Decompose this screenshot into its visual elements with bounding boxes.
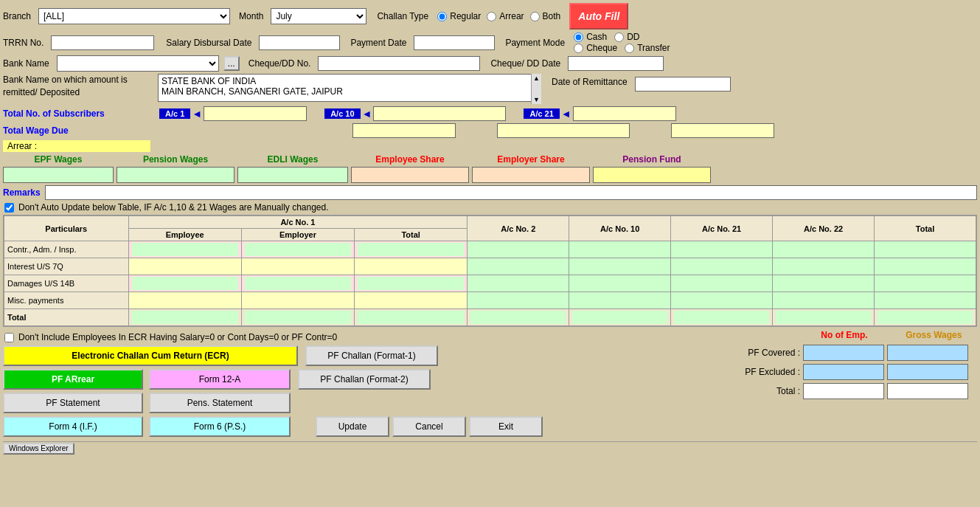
total-ac22-input[interactable]	[776, 311, 871, 324]
damages-ac22-input[interactable]	[776, 277, 871, 290]
ac10-subscribers-input[interactable]	[373, 106, 506, 121]
total-employer[interactable]	[241, 309, 354, 326]
damages-ac2-input[interactable]	[470, 277, 566, 290]
autofill-button[interactable]: Auto Fill	[569, 3, 628, 30]
total-ac2[interactable]	[468, 309, 569, 326]
row-contr-ac10[interactable]	[569, 241, 671, 258]
row-damages-ac10[interactable]	[569, 275, 671, 292]
interest-employee-input[interactable]	[132, 260, 238, 273]
contr-ac22-input[interactable]	[776, 243, 871, 256]
row-misc-ac10[interactable]	[569, 292, 671, 309]
total-ac22[interactable]	[773, 309, 875, 326]
total-ac10[interactable]	[569, 309, 671, 326]
row-interest-total2[interactable]	[875, 258, 976, 275]
row-contr-total2[interactable]	[875, 241, 976, 258]
ac21-subscribers-input[interactable]	[573, 106, 676, 121]
dont-include-checkbox[interactable]	[4, 333, 14, 342]
employer-share-input[interactable]	[472, 167, 590, 183]
total-ac10-input[interactable]	[572, 311, 667, 324]
dd-radio-label[interactable]: DD	[613, 32, 639, 42]
pension-wages-input[interactable]	[117, 167, 234, 183]
regular-radio[interactable]	[437, 12, 447, 21]
pf-statement-button[interactable]: PF Statement	[3, 393, 143, 413]
row-interest-ac10[interactable]	[569, 258, 671, 275]
row-misc-ac21[interactable]	[671, 292, 773, 309]
pf-total-wages-input[interactable]	[887, 383, 968, 399]
arrear-radio[interactable]	[487, 12, 496, 21]
payment-date-input[interactable]	[414, 35, 495, 50]
total-total[interactable]	[355, 309, 468, 326]
trrn-input[interactable]	[51, 35, 154, 50]
interest-total-input[interactable]	[358, 260, 464, 273]
contr-employee-input[interactable]	[132, 243, 238, 256]
row-damages-total[interactable]	[355, 275, 468, 292]
pf-total-emp-input[interactable]	[803, 383, 884, 399]
row-misc-employer[interactable]	[241, 292, 354, 309]
epf-wages-input[interactable]	[3, 167, 114, 183]
cheque-radio-label[interactable]: Cheque	[572, 43, 617, 53]
ac1-subscribers-input[interactable]	[204, 106, 307, 121]
row-damages-ac22[interactable]	[773, 275, 875, 292]
row-damages-employer[interactable]	[241, 275, 354, 292]
cheque-dd-date-input[interactable]	[568, 56, 664, 71]
remarks-input[interactable]	[45, 185, 977, 200]
pens-statement-button[interactable]: Pens. Statement	[149, 393, 291, 413]
bank-browse-button[interactable]: ...	[223, 56, 240, 71]
ac1-wage-real-input[interactable]	[352, 123, 456, 138]
total-total2-input[interactable]	[878, 311, 973, 324]
ac10-wage-input[interactable]	[497, 123, 630, 138]
update-button[interactable]: Update	[316, 416, 389, 437]
row-contr-ac22[interactable]	[773, 241, 875, 258]
damages-employer-input[interactable]	[245, 277, 351, 290]
month-select[interactable]: July	[271, 8, 366, 24]
ac21-wage-input[interactable]	[671, 123, 774, 138]
misc-ac2-input[interactable]	[470, 294, 566, 307]
damages-employee-input[interactable]	[132, 277, 238, 290]
row-misc-employee[interactable]	[128, 292, 241, 309]
misc-total2-input[interactable]	[878, 294, 973, 307]
transfer-radio-label[interactable]: Transfer	[623, 43, 670, 53]
bank-remitted-textarea[interactable]: STATE BANK OF INDIA MAIN BRANCH, SANGANE…	[158, 74, 541, 102]
pension-fund-input[interactable]	[593, 167, 711, 183]
interest-ac22-input[interactable]	[776, 260, 871, 273]
both-radio[interactable]	[530, 12, 540, 21]
row-interest-ac22[interactable]	[773, 258, 875, 275]
contr-total-input[interactable]	[358, 243, 464, 256]
row-contr-employer[interactable]	[241, 241, 354, 258]
pf-covered-emp-input[interactable]	[803, 345, 884, 361]
cash-radio-label[interactable]: Cash	[572, 32, 607, 42]
misc-employer-input[interactable]	[245, 294, 351, 307]
contr-ac21-input[interactable]	[674, 243, 769, 256]
misc-ac22-input[interactable]	[776, 294, 871, 307]
misc-total-input[interactable]	[358, 294, 464, 307]
edli-wages-input[interactable]	[237, 167, 348, 183]
cheque-radio[interactable]	[574, 44, 583, 53]
pf-excluded-emp-input[interactable]	[803, 364, 884, 380]
total-total-input[interactable]	[358, 311, 464, 324]
row-interest-ac21[interactable]	[671, 258, 773, 275]
form12a-button[interactable]: Form 12-A	[149, 369, 291, 390]
row-damages-employee[interactable]	[128, 275, 241, 292]
contr-employer-input[interactable]	[245, 243, 351, 256]
row-contr-total[interactable]	[355, 241, 468, 258]
textarea-scrollbar[interactable]: ▲ ▼	[531, 74, 541, 104]
misc-employee-input[interactable]	[132, 294, 238, 307]
cash-radio[interactable]	[574, 32, 583, 42]
pf-covered-wages-input[interactable]	[887, 345, 968, 361]
cheque-dd-input[interactable]	[318, 56, 480, 71]
row-misc-total2[interactable]	[875, 292, 976, 309]
damages-ac10-input[interactable]	[572, 277, 667, 290]
employee-share-input[interactable]	[351, 167, 469, 183]
total-ac21-input[interactable]	[674, 311, 769, 324]
bank-name-select[interactable]	[57, 55, 219, 72]
row-misc-total[interactable]	[355, 292, 468, 309]
row-contr-ac2[interactable]	[468, 241, 569, 258]
exit-button[interactable]: Exit	[469, 416, 543, 437]
misc-ac10-input[interactable]	[572, 294, 667, 307]
row-contr-ac21[interactable]	[671, 241, 773, 258]
interest-ac21-input[interactable]	[674, 260, 769, 273]
regular-radio-label[interactable]: Regular	[436, 11, 481, 21]
pf-arrear-button[interactable]: PF ARrear	[3, 369, 143, 390]
row-misc-ac2[interactable]	[468, 292, 569, 309]
arrear-radio-label[interactable]: Arrear	[485, 11, 524, 21]
